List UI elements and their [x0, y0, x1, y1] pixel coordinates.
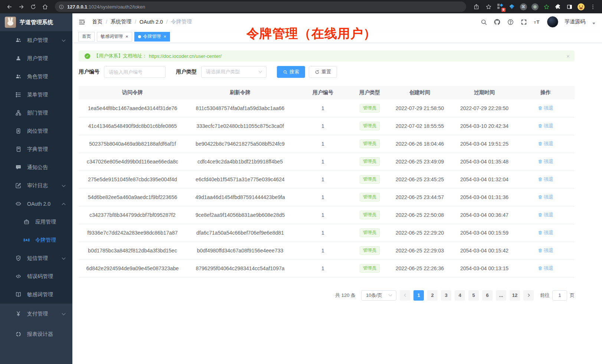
sidebar-menu-item[interactable]: 令牌管理 [0, 231, 72, 249]
force-logout-button[interactable]: 强退 [538, 158, 553, 165]
search-icon[interactable] [480, 19, 487, 26]
font-size-icon[interactable]: TT [534, 19, 541, 26]
pagination: 共 120 条 10条/页 123456...12 前往 页 [79, 290, 575, 301]
force-logout-button[interactable]: 强退 [538, 123, 553, 129]
sidebar-menu-item[interactable]: 报表设计器 [0, 324, 72, 344]
search-button[interactable]: 搜索 [277, 66, 305, 78]
sidebar-menu-item[interactable]: 审计日志 [0, 176, 72, 195]
page-number-button[interactable]: 5 [468, 290, 479, 301]
page-number-button[interactable]: ... [496, 290, 506, 301]
extension-command-icon[interactable]: ⌘ [520, 3, 527, 10]
sidebar-menu-item[interactable]: 错误码管理 [0, 267, 72, 285]
profile-avatar-icon[interactable] [577, 3, 585, 10]
share-icon[interactable] [472, 3, 480, 11]
page-number-button[interactable]: 12 [510, 290, 520, 301]
sidebar-menu-item[interactable]: 字典管理 [0, 140, 72, 158]
alert-close-icon[interactable]: × [566, 53, 570, 59]
page-number-button[interactable]: 1 [413, 290, 424, 301]
page-tab[interactable]: 首页 × [78, 32, 95, 42]
breadcrumb-item[interactable]: 首页 [92, 19, 111, 25]
user-name[interactable]: 芋道源码 [565, 19, 585, 25]
force-logout-button[interactable]: 强退 [538, 105, 553, 112]
svg-text:T: T [534, 21, 536, 24]
sidebar-menu-item[interactable]: 菜单管理 [0, 86, 72, 104]
sidebar-menu-item[interactable]: 角色管理 [0, 67, 72, 86]
breadcrumb-item[interactable]: 令牌管理 [171, 19, 192, 25]
col-action: 操作 [517, 86, 575, 99]
force-logout-button[interactable]: 强退 [538, 212, 553, 218]
page-number-button[interactable]: 6 [482, 290, 493, 301]
user-type-select[interactable]: 请选择用户类型 [201, 66, 266, 78]
extension-gem-icon[interactable] [508, 3, 516, 10]
sidebar-menu-item[interactable]: 用户管理 [0, 49, 72, 67]
sidebar-menu-item[interactable]: 应用管理 [0, 213, 72, 231]
user-id-input[interactable] [104, 66, 166, 78]
address-bar[interactable]: 127.0.0.1:1024/system/oauth2/token [55, 1, 466, 12]
extension-record-icon[interactable] [531, 3, 539, 10]
force-logout-button[interactable]: 强退 [538, 247, 553, 254]
table-header-row: 访问令牌 刷新令牌 用户编号 用户类型 创建时间 过期时间 操作 [79, 86, 575, 99]
user-avatar[interactable] [547, 16, 558, 27]
site-info-icon[interactable] [59, 4, 64, 10]
reset-button[interactable]: 重置 [309, 66, 337, 78]
sidebar-menu-item[interactable]: 敏感词管理 [0, 285, 72, 304]
next-page-button[interactable] [523, 290, 534, 301]
page-number-button[interactable]: 4 [455, 290, 465, 301]
tab-close-icon[interactable]: × [125, 34, 128, 39]
bookmark-star-icon[interactable] [484, 3, 493, 11]
extension-green-star-icon[interactable] [543, 3, 550, 10]
browser-reload-icon[interactable] [27, 1, 39, 12]
page-number-button[interactable]: 2 [427, 290, 438, 301]
prev-page-button[interactable] [400, 290, 410, 301]
page-tab[interactable]: 敏感词管理 × [97, 32, 132, 42]
menu-item-icon [15, 311, 22, 317]
force-logout-button[interactable]: 强退 [538, 229, 553, 236]
col-access-token: 访问令牌 [79, 86, 186, 99]
alert-doc-link[interactable]: https://doc.iocoder.cn/user-center/ [149, 53, 222, 59]
sidebar-menu-item[interactable]: 短信管理 [0, 249, 72, 267]
extension-grid-icon[interactable]: 9 [497, 3, 504, 10]
collapse-sidebar-icon[interactable] [78, 19, 85, 26]
sidebar-menu-item[interactable]: 支付管理 [0, 304, 72, 324]
side-panel-icon[interactable] [566, 3, 573, 10]
goto-page-input[interactable] [552, 290, 567, 301]
menu-item-icon [23, 219, 30, 225]
breadcrumb-item[interactable]: 系统管理 [111, 19, 140, 25]
chevron-icon [62, 258, 66, 262]
extensions-puzzle-icon[interactable] [554, 3, 562, 10]
sidebar-menu-item[interactable]: 通知公告 [0, 158, 72, 176]
reset-refresh-icon [315, 70, 320, 75]
help-icon[interactable] [507, 19, 514, 26]
sidebar-menu-item[interactable]: OAuth 2.0 [0, 195, 72, 213]
force-logout-button[interactable]: 强退 [538, 265, 553, 272]
page-size-select[interactable]: 10条/页 [361, 290, 396, 301]
force-logout-button[interactable]: 强退 [538, 140, 553, 147]
browser-home-icon[interactable] [39, 1, 50, 12]
force-logout-label: 强退 [544, 229, 553, 236]
browser-menu-icon[interactable] [589, 3, 597, 11]
sidebar-menu-item[interactable]: 岗位管理 [0, 122, 72, 140]
browser-forward-icon[interactable] [16, 1, 27, 12]
table-row: 275e5de9151045fe87cbdc395e004f4d e6cfd40… [79, 171, 575, 188]
access-token-cell: 6d842e2924594de9a09e45e087323abe [79, 259, 186, 277]
menu-item-label: 支付管理 [27, 311, 48, 317]
fullscreen-icon[interactable] [520, 19, 527, 26]
doc-alert: ✓ 【用户体系】文档地址： https://doc.iocoder.cn/use… [79, 50, 575, 62]
breadcrumb-item[interactable]: OAuth 2.0 [140, 19, 171, 25]
force-logout-button[interactable]: 强退 [538, 194, 553, 201]
user-menu-caret-icon[interactable] [592, 23, 595, 24]
browser-back-icon[interactable] [4, 1, 15, 12]
goto-label: 前往 [540, 292, 550, 299]
sidebar-menu-item[interactable]: 租户管理 [0, 31, 72, 49]
sidebar-menu-item[interactable]: 部门管理 [0, 104, 72, 122]
force-logout-button[interactable]: 强退 [538, 176, 553, 183]
github-icon[interactable] [494, 19, 501, 26]
table-row: b0d1785bc3a8482f812db4a3f3bd15ec b0df498… [79, 242, 575, 259]
menu-item-label: 用户管理 [27, 55, 48, 62]
col-created-time: 创建时间 [387, 86, 452, 99]
page-number-button[interactable]: 3 [441, 290, 451, 301]
tab-active-dot [138, 35, 141, 38]
page-tab[interactable]: 令牌管理 × [134, 32, 170, 42]
tab-close-icon[interactable]: × [164, 34, 167, 39]
user-id-cell: 1 [294, 188, 352, 206]
